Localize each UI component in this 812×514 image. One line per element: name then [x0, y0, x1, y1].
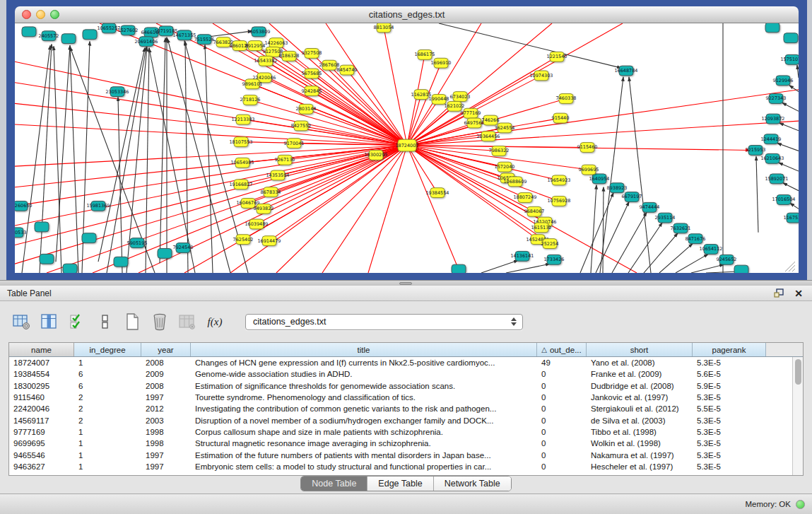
network-node[interactable]: 1244419 — [761, 134, 782, 144]
network-node[interactable] — [22, 27, 36, 37]
network-node[interactable]: 1686175 — [415, 49, 435, 59]
table-row[interactable]: 1872400712008Changes of HCN gene express… — [9, 357, 792, 368]
network-node[interactable]: 8678334 — [261, 187, 281, 197]
network-node[interactable] — [158, 248, 172, 258]
network-node[interactable]: 9810533 — [15, 228, 26, 238]
column-header-short[interactable]: short — [587, 343, 693, 356]
table-cell[interactable]: Jankovic et al. (1997) — [587, 393, 693, 402]
network-node[interactable]: 2405572 — [39, 31, 59, 41]
memory-status-icon[interactable] — [796, 500, 805, 509]
network-node[interactable]: 1621022 — [445, 101, 465, 111]
network-node[interactable]: 7986322 — [489, 146, 510, 156]
table-row[interactable]: 969969511998Structural magnetic resonanc… — [9, 438, 792, 449]
table-cell[interactable]: 5.3E-5 — [693, 393, 766, 402]
table-cell[interactable]: Structural magnetic resonance image aver… — [191, 439, 537, 448]
column-header-out_de[interactable]: △out_de... — [537, 343, 587, 356]
network-node[interactable]: 1527602 — [118, 25, 139, 35]
table-row[interactable]: 1830029562008Estimation of significance … — [9, 380, 792, 392]
tab-node-table[interactable]: Node Table — [301, 477, 367, 491]
network-node[interactable] — [40, 254, 54, 264]
network-node[interactable]: 8813054 — [374, 23, 394, 33]
table-settings-icon[interactable] — [13, 313, 31, 331]
canvas-resize-grip-icon[interactable] — [785, 262, 795, 271]
table-cell[interactable]: 49 — [537, 358, 587, 367]
network-node[interactable]: 19166827 — [229, 180, 252, 189]
network-node[interactable]: 746266 — [482, 115, 500, 125]
network-node[interactable]: 18724007 — [395, 139, 418, 151]
table-cell[interactable]: 0 — [537, 416, 587, 425]
network-node[interactable] — [82, 233, 96, 243]
network-node[interactable]: 9327508 — [302, 48, 322, 58]
network-node[interactable]: 16210643 — [760, 153, 784, 163]
table-cell[interactable]: 0 — [537, 428, 587, 436]
network-node[interactable]: 7632621 — [671, 223, 691, 233]
table-cell[interactable]: Nakamura et al. (1997) — [587, 451, 693, 460]
network-node[interactable]: 14353594 — [266, 170, 289, 180]
network-node[interactable]: 8186328 — [279, 51, 300, 61]
network-node[interactable] — [114, 257, 128, 267]
network-node[interactable]: 1572040 — [495, 162, 515, 172]
table-cell[interactable]: 6 — [74, 382, 141, 390]
network-node[interactable]: 9699695 — [579, 165, 599, 175]
network-node[interactable]: 9493822 — [254, 204, 274, 214]
network-node[interactable]: 5675685 — [302, 69, 322, 78]
network-node[interactable]: 9896101 — [242, 79, 263, 89]
table-cell[interactable]: Stergiakouli et al. (2012) — [587, 404, 693, 413]
table-cell[interactable]: 2 — [74, 416, 141, 425]
table-cell[interactable]: 5.3E-5 — [693, 462, 766, 471]
network-node[interactable]: 19654923 — [547, 175, 570, 185]
network-node[interactable]: 1221540 — [547, 52, 567, 62]
vertical-scrollbar[interactable] — [792, 357, 803, 475]
network-node[interactable]: 15892071 — [765, 174, 788, 184]
network-node[interactable]: 9474444 — [640, 202, 660, 212]
table-cell[interactable]: 5.3E-5 — [693, 428, 766, 436]
column-header-year[interactable]: year — [141, 343, 191, 356]
tab-network-table[interactable]: Network Table — [434, 477, 511, 491]
table-cell[interactable]: 2008 — [141, 358, 191, 367]
network-node[interactable]: 10756928 — [547, 197, 570, 206]
network-node[interactable]: 16039489 — [245, 219, 268, 229]
table-cell[interactable]: 1 — [74, 358, 141, 367]
table-cell[interactable]: 2008 — [141, 382, 191, 390]
table-cell[interactable]: Tourette syndrome. Phenomenology and cla… — [191, 393, 537, 402]
table-cell[interactable]: 5.9E-5 — [693, 382, 766, 390]
network-node[interactable]: 1990448 — [429, 95, 449, 105]
table-cell[interactable]: 5.5E-5 — [693, 404, 766, 413]
network-node[interactable]: 3624554 — [495, 123, 515, 133]
network-node[interactable]: 17016504 — [772, 195, 795, 205]
table-cell[interactable]: 9115460 — [9, 393, 74, 402]
table-cell[interactable]: 1997 — [141, 462, 191, 471]
network-node[interactable]: 9115460 — [577, 143, 598, 153]
network-canvas[interactable]: 1872400724055721065525715276026466160206… — [15, 23, 799, 273]
network-node[interactable]: 2935114 — [655, 213, 676, 223]
delete-table-icon[interactable] — [151, 313, 169, 331]
column-header-in_degree[interactable]: in_degree — [74, 343, 141, 356]
table-cell[interactable]: 9463627 — [9, 462, 74, 471]
table-cell[interactable]: 5.3E-5 — [693, 439, 766, 448]
table-cell[interactable]: 18724007 — [9, 358, 74, 367]
network-node[interactable] — [734, 265, 748, 273]
network-node[interactable]: 8471676 — [686, 234, 706, 244]
network-node[interactable]: 9245652 — [717, 255, 737, 264]
table-cell[interactable]: 19384554 — [9, 370, 74, 378]
column-header-title[interactable]: title — [191, 343, 537, 356]
panel-splitter[interactable] — [0, 280, 812, 286]
table-cell[interactable]: 1998 — [141, 439, 191, 448]
network-node[interactable]: 14226063 — [264, 38, 288, 48]
network-node[interactable]: 7924540 — [173, 243, 194, 253]
table-cell[interactable]: 1998 — [141, 428, 191, 436]
network-node[interactable]: 6734023 — [450, 92, 471, 102]
network-node[interactable]: 14671355 — [172, 30, 196, 40]
table-cell[interactable]: 9465546 — [9, 451, 74, 460]
network-node[interactable]: 19384554 — [425, 188, 449, 198]
network-node[interactable]: 1167534 — [784, 213, 799, 223]
scrollbar-thumb[interactable] — [795, 359, 801, 385]
table-row[interactable]: 2242004622012Investigating the contribut… — [9, 403, 792, 414]
tab-edge-table[interactable]: Edge Table — [367, 477, 433, 491]
network-node[interactable]: 10974303 — [529, 71, 553, 81]
table-row[interactable]: 1938455462009Genome-wide association stu… — [9, 368, 792, 380]
table-cell[interactable]: 5.6E-5 — [693, 370, 766, 378]
table-row[interactable]: 1456911722003Disruption of a novel membe… — [9, 414, 792, 426]
table-cell[interactable]: 9777169 — [9, 428, 74, 436]
network-node[interactable]: 16053809 — [247, 27, 270, 37]
